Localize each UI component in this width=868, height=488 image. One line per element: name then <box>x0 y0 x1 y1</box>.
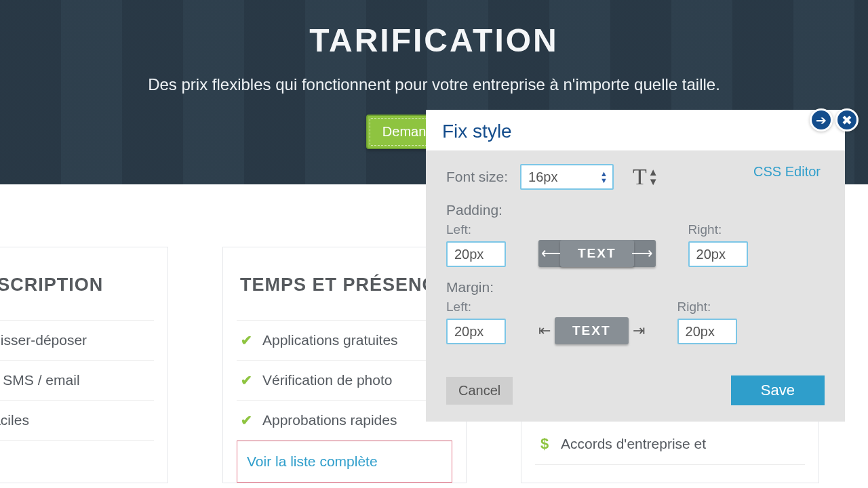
font-size-icon: T▲▼ <box>633 164 658 190</box>
margin-handle-left-icon: ⇤ <box>538 322 551 340</box>
margin-left-input[interactable] <box>446 319 506 344</box>
popup-title: Fix style <box>426 111 845 150</box>
feature-item: $Accords d'entreprise et <box>535 424 805 465</box>
text-box-vis: TEXT <box>560 240 634 267</box>
cancel-button[interactable]: Cancel <box>446 377 513 405</box>
font-size-label: Font size: <box>446 169 508 185</box>
arrow-right-icon: ➔ <box>816 113 827 128</box>
feature-item: ✔Vérification de photo <box>237 361 452 401</box>
feature-item: ✔ier par SMS / email <box>0 361 154 401</box>
padding-right-label: Right: <box>688 222 748 237</box>
margin-right-input[interactable] <box>677 319 737 344</box>
feature-item: ✔Approbations rapides <box>237 401 452 441</box>
margin-section-label: Margin: <box>446 279 825 296</box>
padding-section-label: Padding: <box>446 202 825 218</box>
margin-left-label: Left: <box>446 300 506 314</box>
dollar-icon: $ <box>538 435 551 453</box>
padding-right-input[interactable] <box>688 241 748 267</box>
margin-right-label: Right: <box>677 300 737 314</box>
page-subtitle: Des prix flexibles qui fonctionnent pour… <box>0 75 868 94</box>
close-button[interactable]: ✖ <box>835 108 859 131</box>
feature-item: ✔face glisser-déposer <box>0 320 154 361</box>
pricing-column-1: NSCRIPTION ✔face glisser-déposer ✔ier pa… <box>0 247 168 483</box>
save-button[interactable]: Save <box>731 375 825 405</box>
margin-visual: ⇤ TEXT ⇥ <box>538 317 645 344</box>
css-editor-link[interactable]: CSS Editor <box>753 164 821 180</box>
feature-item: ✔èles faciles <box>0 401 154 441</box>
arrow-right-icon: ⟶ <box>631 245 653 262</box>
padding-left-input[interactable] <box>446 241 506 267</box>
close-icon: ✖ <box>842 113 852 128</box>
text-box-vis: TEXT <box>555 317 629 344</box>
column-title: NSCRIPTION <box>0 247 167 320</box>
check-icon: ✔ <box>239 412 253 428</box>
fix-style-popup: ➔ ✖ Fix style CSS Editor Font size: ▲ ▼ … <box>426 110 845 422</box>
margin-handle-right-icon: ⇥ <box>633 322 645 340</box>
padding-left-label: Left: <box>446 222 506 237</box>
see-full-list-link[interactable]: Voir la liste complète <box>237 441 452 483</box>
padding-visual: ⟵ TEXT ⟶ <box>538 240 656 267</box>
check-icon: ✔ <box>239 372 253 388</box>
stepper-down-icon[interactable]: ▼ <box>600 177 611 184</box>
next-button[interactable]: ➔ <box>810 108 833 131</box>
page-title: TARIFICATION <box>0 0 868 59</box>
check-icon: ✔ <box>239 332 253 348</box>
feature-item: ✔Applications gratuites <box>237 320 452 361</box>
